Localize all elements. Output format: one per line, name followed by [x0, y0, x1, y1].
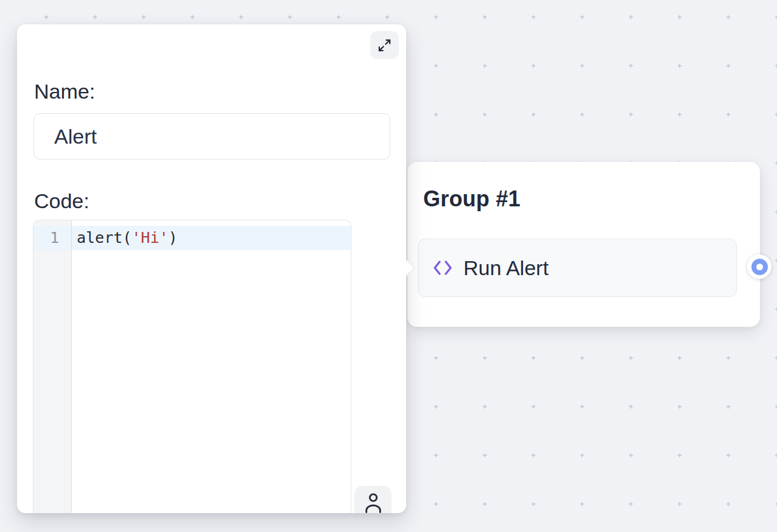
user-button[interactable]: [354, 486, 392, 513]
node-run-alert[interactable]: Run Alert: [418, 239, 737, 297]
line-number-gutter: [33, 220, 71, 513]
name-input[interactable]: [33, 113, 390, 159]
person-icon: [363, 491, 384, 514]
handle-ring-icon: [751, 259, 768, 275]
code-token: ): [169, 229, 178, 247]
line-number: 1: [33, 226, 71, 250]
name-label: Name:: [34, 78, 95, 105]
gutter-divider: [71, 220, 72, 513]
code-string-token: 'Hi': [132, 229, 168, 247]
flow-canvas[interactable]: Group #1 Run Alert: [0, 0, 777, 532]
group-node-card[interactable]: Group #1 Run Alert: [407, 162, 760, 327]
code-token: alert(: [77, 229, 132, 247]
expand-diagonal-icon: [378, 38, 392, 52]
code-brackets-icon: [432, 259, 453, 276]
node-label: Run Alert: [463, 256, 549, 280]
group-title: Group #1: [423, 186, 521, 212]
node-output-handle[interactable]: [747, 254, 772, 279]
expand-button[interactable]: [370, 31, 399, 59]
code-line: alert('Hi'): [77, 226, 178, 250]
code-editor[interactable]: 1 alert('Hi'): [33, 220, 351, 513]
code-label: Code:: [34, 187, 90, 214]
node-editor-panel: Name: Code: 1 alert('Hi'): [17, 24, 406, 513]
